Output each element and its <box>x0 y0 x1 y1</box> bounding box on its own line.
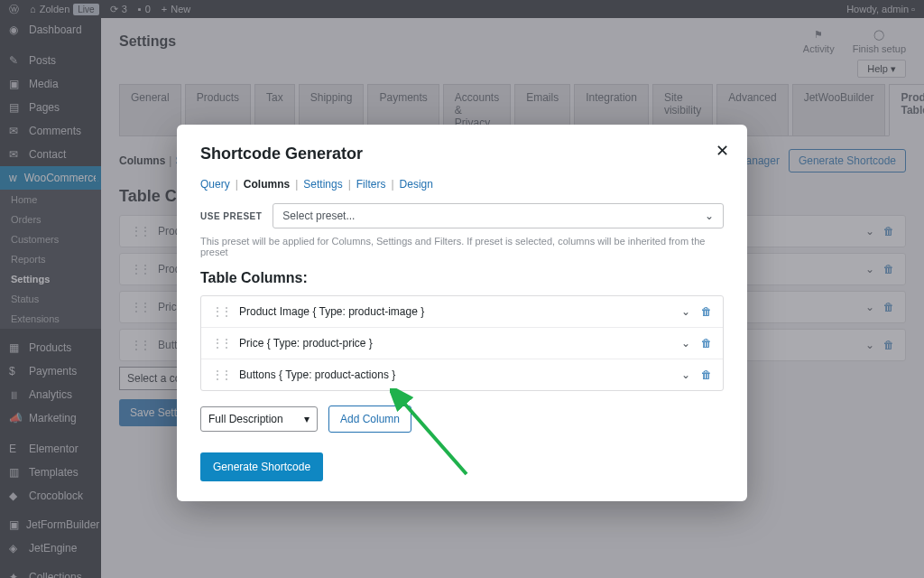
modal-column-row[interactable]: ⋮⋮Product Image { Type: product-image } … <box>201 296 723 328</box>
modal-tab-design[interactable]: Design <box>400 178 433 191</box>
modal-tabs: Query| Columns| Settings| Filters| Desig… <box>200 178 724 191</box>
modal-tab-settings[interactable]: Settings <box>303 178 342 191</box>
trash-icon[interactable]: 🗑 <box>701 368 712 381</box>
modal-title: Shortcode Generator <box>200 144 724 163</box>
add-column-button[interactable]: Add Column <box>328 406 411 433</box>
modal-tab-columns[interactable]: Columns <box>244 178 290 191</box>
chevron-down-icon: ⌄ <box>705 210 714 222</box>
chevron-down-icon[interactable]: ⌄ <box>681 368 690 381</box>
generate-shortcode-button[interactable]: Generate Shortcode <box>200 452 323 481</box>
modal-section-title: Table Columns: <box>200 270 724 286</box>
drag-handle-icon[interactable]: ⋮⋮ <box>212 337 230 350</box>
use-preset-label: USE PRESET <box>200 211 262 221</box>
chevron-down-icon[interactable]: ⌄ <box>681 305 690 318</box>
modal-tab-query[interactable]: Query <box>200 178 230 191</box>
column-type-select[interactable]: Full Description▾ <box>200 406 318 432</box>
preset-select[interactable]: Select preset...⌄ <box>273 203 724 228</box>
modal-column-row[interactable]: ⋮⋮Price { Type: product-price } ⌄🗑 <box>201 328 723 359</box>
chevron-down-icon: ▾ <box>304 413 310 425</box>
close-icon[interactable]: ✕ <box>716 141 729 161</box>
trash-icon[interactable]: 🗑 <box>701 337 712 350</box>
modal-column-list: ⋮⋮Product Image { Type: product-image } … <box>200 295 724 391</box>
preset-hint: This preset will be applied for Columns,… <box>200 236 724 257</box>
trash-icon[interactable]: 🗑 <box>701 305 712 318</box>
drag-handle-icon[interactable]: ⋮⋮ <box>212 305 230 318</box>
chevron-down-icon[interactable]: ⌄ <box>681 337 690 350</box>
shortcode-generator-modal: ✕ Shortcode Generator Query| Columns| Se… <box>177 125 747 501</box>
modal-column-row[interactable]: ⋮⋮Buttons { Type: product-actions } ⌄🗑 <box>201 359 723 390</box>
drag-handle-icon[interactable]: ⋮⋮ <box>212 368 230 381</box>
modal-tab-filters[interactable]: Filters <box>356 178 386 191</box>
